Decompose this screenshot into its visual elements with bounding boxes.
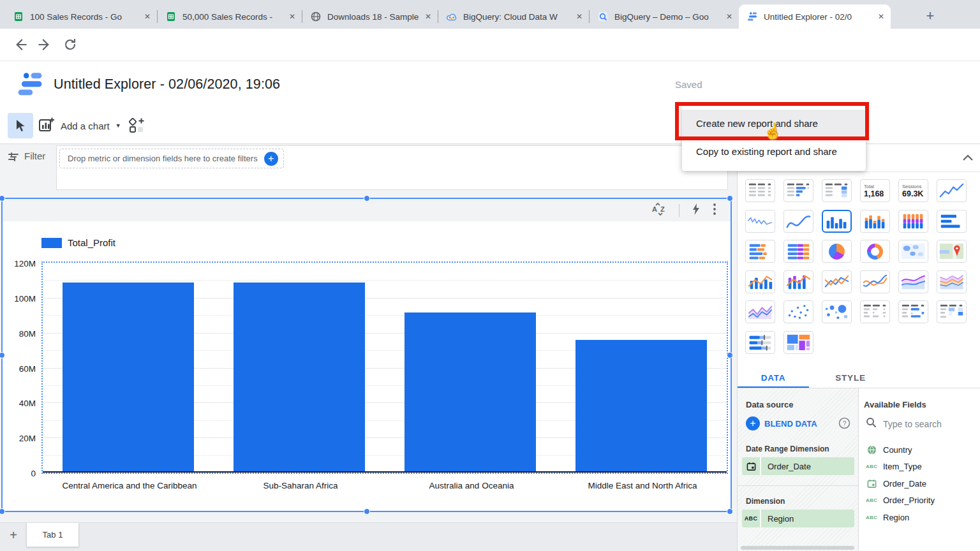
chart-type-stacked-bar[interactable] — [745, 240, 775, 263]
collapse-panel-icon[interactable] — [961, 151, 975, 168]
chart-type-pivot-heatmap[interactable] — [937, 300, 967, 323]
chart-type-stacked-column[interactable] — [860, 210, 890, 233]
page-tab[interactable]: Tab 1 — [26, 523, 79, 547]
bar-2[interactable] — [405, 312, 536, 472]
available-fields-column: Available Fields CountryABCItem_TypeOrde… — [859, 388, 980, 551]
plot-area — [41, 261, 728, 474]
chart-type-pivot-bars[interactable] — [898, 300, 928, 323]
browser-tab[interactable]: 50,000 Sales Records -✕ — [158, 4, 302, 29]
resize-handle[interactable] — [364, 508, 370, 515]
select-tool-button[interactable] — [8, 113, 33, 138]
saved-status: Saved — [675, 61, 702, 107]
field-Region[interactable]: ABCRegion — [859, 511, 980, 524]
browser-tab[interactable]: Downloads 18 - Sample✕ — [302, 4, 438, 29]
add-chart-button[interactable]: Add a chart ▼ — [38, 113, 121, 138]
date-field-icon — [864, 479, 879, 489]
browser-tab[interactable]: BigQuery – Demo – Goo✕ — [590, 4, 739, 29]
chart-type-table-bars[interactable] — [783, 179, 813, 202]
chart-type-bar[interactable] — [937, 210, 967, 233]
field-Order_Date[interactable]: Order_Date — [859, 477, 980, 490]
gcloud-favicon-icon — [446, 11, 457, 22]
blend-data-button[interactable]: BLEND DATA — [764, 419, 817, 429]
bar-0[interactable] — [63, 283, 194, 471]
browser-tab[interactable]: BigQuery: Cloud Data W✕ — [438, 4, 589, 29]
chart-type-treemap[interactable] — [783, 331, 813, 354]
chart-type-stacked-combo[interactable] — [783, 270, 813, 293]
share-menu-item[interactable]: Copy to existing report and share — [682, 138, 866, 166]
panel-scrollbar[interactable] — [741, 546, 854, 550]
date-range-field-chip[interactable]: Order_Date — [742, 457, 854, 475]
chart-type-stacked-area[interactable] — [937, 270, 967, 293]
chart-more-icon[interactable] — [713, 203, 716, 218]
chart-type-bubble[interactable] — [822, 300, 852, 323]
chart-type-area[interactable] — [898, 270, 928, 293]
chart-type-sparkline[interactable] — [745, 210, 775, 233]
back-icon[interactable] — [11, 36, 28, 55]
chart-type-scorecard-sessions[interactable]: Sessions69.3K — [898, 179, 928, 202]
chart-type-stacked-bar-100[interactable] — [783, 240, 813, 263]
chart-type-time-series[interactable] — [937, 179, 967, 202]
chart-type-column[interactable] — [822, 210, 852, 233]
date-field-icon — [742, 457, 761, 475]
chart-type-line-multi[interactable] — [822, 270, 852, 293]
blend-data-icon[interactable]: + — [746, 416, 760, 430]
chart-type-google-map[interactable] — [937, 240, 967, 263]
resize-handle[interactable] — [0, 508, 5, 515]
tab-close-icon[interactable]: ✕ — [576, 12, 583, 21]
add-page-button[interactable]: + — [5, 527, 22, 543]
chart-type-combo[interactable] — [745, 270, 775, 293]
add-filter-icon[interactable]: + — [264, 152, 278, 166]
tab-style[interactable]: STYLE — [809, 367, 892, 388]
datastudio-logo-icon[interactable] — [17, 71, 43, 100]
chart-type-pivot-table[interactable] — [860, 300, 890, 323]
field-search-input[interactable] — [882, 416, 971, 432]
blend-help-icon[interactable]: ? — [838, 417, 850, 432]
y-tick-label: 120M — [3, 258, 36, 270]
tab-close-icon[interactable]: ✕ — [289, 12, 295, 21]
chart-legend: Total_Profit — [41, 237, 115, 248]
chart-type-geo-map[interactable] — [898, 240, 928, 263]
new-tab-button[interactable]: + — [921, 8, 939, 26]
chart-canvas[interactable]: AZ Total_Profit 020M40M60M80M100M120M Ce… — [1, 198, 732, 512]
bar-3[interactable] — [575, 340, 707, 471]
field-Order_Priority[interactable]: ABCOrder_Priority — [859, 494, 980, 507]
browser-tab[interactable]: 100 Sales Records - Go✕ — [5, 4, 157, 29]
chart-type-bullet[interactable] — [745, 331, 775, 354]
filter-drop-zone[interactable]: Drop metric or dimension fields here to … — [59, 149, 284, 168]
chart-type-stacked-column-100[interactable] — [898, 210, 928, 233]
available-fields-label: Available Fields — [864, 400, 926, 409]
chart-type-smooth-line[interactable] — [783, 210, 813, 233]
chart-type-table-heatmap[interactable] — [822, 179, 852, 202]
chart-type-donut[interactable] — [860, 240, 890, 263]
resize-handle[interactable] — [727, 352, 733, 358]
sort-az-icon[interactable]: AZ — [651, 202, 667, 219]
chart-type-smooth-multi[interactable] — [860, 270, 890, 293]
reload-icon[interactable] — [63, 37, 78, 55]
add-control-icon[interactable] — [128, 117, 145, 137]
x-category-label: Middle East and North Africa — [557, 481, 728, 490]
resize-handle[interactable] — [727, 195, 733, 202]
lightning-icon[interactable] — [691, 203, 701, 218]
field-Item_Type[interactable]: ABCItem_Type — [859, 460, 980, 473]
browser-tab[interactable]: Untitled Explorer - 02/0✕ — [739, 4, 891, 29]
app-header: Untitled Explorer - 02/06/2020, 19:06 Sa… — [0, 61, 980, 107]
resize-handle[interactable] — [0, 352, 5, 358]
tab-data[interactable]: DATA — [738, 367, 809, 388]
bar-1[interactable] — [234, 283, 365, 471]
forward-icon[interactable] — [37, 36, 54, 55]
chart-type-area-line[interactable] — [745, 300, 775, 323]
page-title[interactable]: Untitled Explorer - 02/06/2020, 19:06 — [54, 61, 280, 107]
chart-type-scorecard-total[interactable]: Total1,168 — [860, 179, 890, 202]
resize-handle[interactable] — [727, 508, 733, 515]
resize-handle[interactable] — [364, 195, 370, 202]
dimension-field-chip[interactable]: ABC Region — [742, 510, 854, 527]
tab-close-icon[interactable]: ✕ — [144, 12, 151, 21]
chart-type-pie[interactable] — [822, 240, 852, 263]
field-Country[interactable]: Country — [859, 443, 980, 456]
tab-close-icon[interactable]: ✕ — [878, 12, 884, 21]
tab-close-icon[interactable]: ✕ — [726, 12, 732, 21]
text-field-icon: ABC — [864, 464, 879, 469]
tab-close-icon[interactable]: ✕ — [425, 12, 431, 21]
chart-type-table[interactable] — [745, 179, 775, 202]
chart-type-scatter[interactable] — [783, 300, 813, 323]
